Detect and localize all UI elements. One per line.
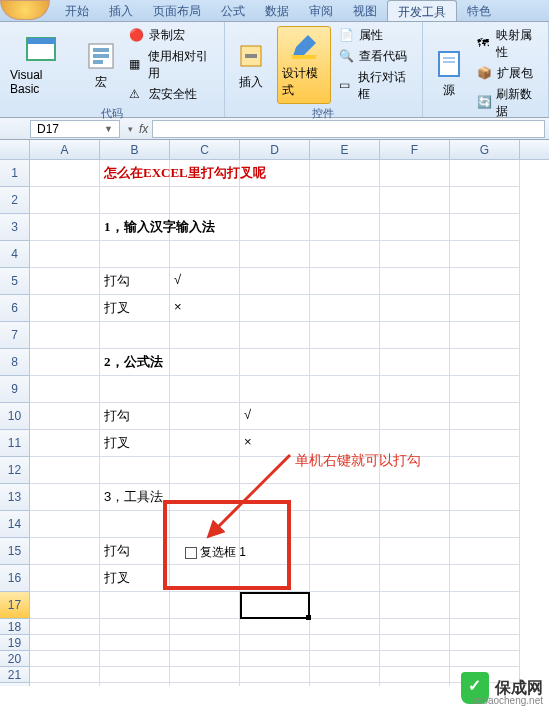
cell-D6[interactable] bbox=[240, 295, 310, 322]
cell-D13[interactable] bbox=[240, 484, 310, 511]
row-header-22[interactable]: 22 bbox=[0, 683, 30, 686]
row-header-15[interactable]: 15 bbox=[0, 538, 30, 565]
cell-D4[interactable] bbox=[240, 241, 310, 268]
cell-F2[interactable] bbox=[380, 187, 450, 214]
cell-D17[interactable] bbox=[240, 592, 310, 619]
cell-D7[interactable] bbox=[240, 322, 310, 349]
cell-D10[interactable]: √ bbox=[240, 403, 310, 430]
tab-2[interactable]: 页面布局 bbox=[143, 0, 211, 21]
cell-C14[interactable] bbox=[170, 511, 240, 538]
cell-B22[interactable] bbox=[100, 683, 170, 686]
cell-A6[interactable] bbox=[30, 295, 100, 322]
refresh-data-button[interactable]: 🔄刷新数据 bbox=[475, 85, 542, 121]
tab-7[interactable]: 开发工具 bbox=[387, 0, 457, 21]
cell-C21[interactable] bbox=[170, 667, 240, 683]
cell-B3[interactable]: 1，输入汉字输入法 bbox=[100, 214, 170, 241]
cell-D19[interactable] bbox=[240, 635, 310, 651]
cell-F4[interactable] bbox=[380, 241, 450, 268]
cell-E21[interactable] bbox=[310, 667, 380, 683]
cell-A14[interactable] bbox=[30, 511, 100, 538]
cell-E9[interactable] bbox=[310, 376, 380, 403]
cell-E14[interactable] bbox=[310, 511, 380, 538]
tab-5[interactable]: 审阅 bbox=[299, 0, 343, 21]
row-header-1[interactable]: 1 bbox=[0, 160, 30, 187]
cell-D5[interactable] bbox=[240, 268, 310, 295]
cell-A12[interactable] bbox=[30, 457, 100, 484]
cell-B19[interactable] bbox=[100, 635, 170, 651]
cell-A1[interactable] bbox=[30, 160, 100, 187]
cell-C18[interactable] bbox=[170, 619, 240, 635]
col-header-E[interactable]: E bbox=[310, 140, 380, 159]
cell-E7[interactable] bbox=[310, 322, 380, 349]
cell-G4[interactable] bbox=[450, 241, 520, 268]
cell-D3[interactable] bbox=[240, 214, 310, 241]
row-header-7[interactable]: 7 bbox=[0, 322, 30, 349]
cell-B13[interactable]: 3，工具法 bbox=[100, 484, 170, 511]
cell-E19[interactable] bbox=[310, 635, 380, 651]
row-header-6[interactable]: 6 bbox=[0, 295, 30, 322]
cell-B17[interactable] bbox=[100, 592, 170, 619]
cell-D8[interactable] bbox=[240, 349, 310, 376]
cell-C8[interactable] bbox=[170, 349, 240, 376]
cell-G20[interactable] bbox=[450, 651, 520, 667]
run-dialog-button[interactable]: ▭执行对话框 bbox=[337, 68, 416, 104]
tab-3[interactable]: 公式 bbox=[211, 0, 255, 21]
cell-E16[interactable] bbox=[310, 565, 380, 592]
cell-C12[interactable] bbox=[170, 457, 240, 484]
cell-B16[interactable]: 打叉 bbox=[100, 565, 170, 592]
spreadsheet-grid[interactable]: ABCDEFG 1怎么在EXCEL里打勾打叉呢231，输入汉字输入法45打勾√6… bbox=[0, 140, 549, 686]
cell-A7[interactable] bbox=[30, 322, 100, 349]
checkbox-box[interactable] bbox=[185, 547, 197, 559]
row-header-13[interactable]: 13 bbox=[0, 484, 30, 511]
cell-C19[interactable] bbox=[170, 635, 240, 651]
cell-C7[interactable] bbox=[170, 322, 240, 349]
relative-ref-button[interactable]: ▦使用相对引用 bbox=[127, 47, 217, 83]
cell-E3[interactable] bbox=[310, 214, 380, 241]
macro-security-button[interactable]: ⚠宏安全性 bbox=[127, 85, 217, 104]
cell-B15[interactable]: 打勾 bbox=[100, 538, 170, 565]
col-header-F[interactable]: F bbox=[380, 140, 450, 159]
cell-D14[interactable] bbox=[240, 511, 310, 538]
cell-E17[interactable] bbox=[310, 592, 380, 619]
cell-E8[interactable] bbox=[310, 349, 380, 376]
insert-control-button[interactable]: 插入 bbox=[231, 26, 271, 104]
cell-A9[interactable] bbox=[30, 376, 100, 403]
cell-D21[interactable] bbox=[240, 667, 310, 683]
cell-A18[interactable] bbox=[30, 619, 100, 635]
cell-E22[interactable] bbox=[310, 683, 380, 686]
tab-0[interactable]: 开始 bbox=[55, 0, 99, 21]
cell-F14[interactable] bbox=[380, 511, 450, 538]
cell-F6[interactable] bbox=[380, 295, 450, 322]
cell-E1[interactable] bbox=[310, 160, 380, 187]
cell-A13[interactable] bbox=[30, 484, 100, 511]
cell-B14[interactable] bbox=[100, 511, 170, 538]
row-header-17[interactable]: 17 bbox=[0, 592, 30, 619]
cell-A2[interactable] bbox=[30, 187, 100, 214]
formula-input[interactable] bbox=[152, 120, 545, 138]
cell-B9[interactable] bbox=[100, 376, 170, 403]
col-header-B[interactable]: B bbox=[100, 140, 170, 159]
cell-G9[interactable] bbox=[450, 376, 520, 403]
cell-C13[interactable] bbox=[170, 484, 240, 511]
cell-G10[interactable] bbox=[450, 403, 520, 430]
expansion-pack-button[interactable]: 📦扩展包 bbox=[475, 64, 542, 83]
cell-C9[interactable] bbox=[170, 376, 240, 403]
cell-G17[interactable] bbox=[450, 592, 520, 619]
cell-B12[interactable] bbox=[100, 457, 170, 484]
cell-A4[interactable] bbox=[30, 241, 100, 268]
view-code-button[interactable]: 🔍查看代码 bbox=[337, 47, 416, 66]
cell-E5[interactable] bbox=[310, 268, 380, 295]
cell-F10[interactable] bbox=[380, 403, 450, 430]
macros-button[interactable]: 宏 bbox=[81, 26, 121, 104]
cell-F21[interactable] bbox=[380, 667, 450, 683]
col-header-D[interactable]: D bbox=[240, 140, 310, 159]
dropdown-icon[interactable]: ▾ bbox=[128, 124, 133, 134]
row-header-9[interactable]: 9 bbox=[0, 376, 30, 403]
cell-F8[interactable] bbox=[380, 349, 450, 376]
cell-C20[interactable] bbox=[170, 651, 240, 667]
cell-C11[interactable] bbox=[170, 430, 240, 457]
row-header-4[interactable]: 4 bbox=[0, 241, 30, 268]
row-header-3[interactable]: 3 bbox=[0, 214, 30, 241]
visual-basic-button[interactable]: Visual Basic bbox=[6, 26, 75, 104]
cell-G19[interactable] bbox=[450, 635, 520, 651]
